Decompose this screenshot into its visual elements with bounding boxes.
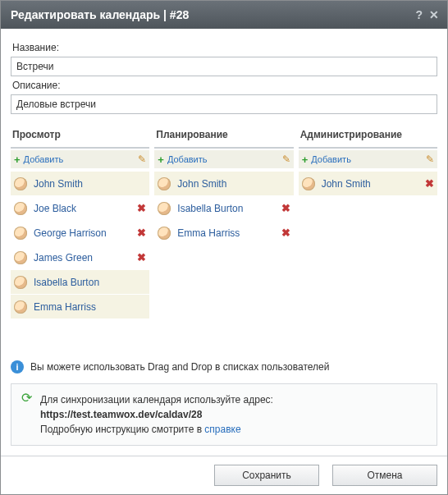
column-admin-addbar: + Добавить ✎ — [299, 150, 437, 168]
sync-help-link[interactable]: справке — [204, 424, 240, 435]
list-item[interactable]: John Smith — [11, 172, 149, 196]
plus-icon[interactable]: + — [302, 154, 309, 166]
user-name: John Smith — [177, 178, 290, 190]
list-item[interactable]: James Green ✖ — [11, 245, 149, 270]
sync-box: ⟳ Для синхронизации календаря используйт… — [11, 383, 437, 446]
user-list-admin: John Smith ✖ — [299, 172, 437, 196]
remove-icon[interactable]: ✖ — [137, 227, 146, 239]
sync-more-prefix: Подробную инструкцию смотрите в — [40, 424, 204, 435]
avatar-icon — [14, 251, 27, 264]
column-view: Просмотр + Добавить ✎ John Smith Joe Bla… — [11, 126, 149, 319]
column-admin-title: Администрирование — [299, 126, 437, 149]
remove-icon[interactable]: ✖ — [281, 227, 290, 239]
name-input[interactable] — [11, 57, 437, 76]
user-name: George Harrison — [34, 227, 137, 239]
list-item[interactable]: John Smith ✖ — [299, 172, 437, 196]
user-name: Emma Harriss — [34, 301, 146, 313]
list-item[interactable]: Emma Harriss ✖ — [154, 221, 293, 245]
titlebar: Редактировать календарь | #28 ? ✕ — [1, 1, 447, 29]
list-item[interactable]: Isabella Burton — [11, 270, 149, 295]
add-link[interactable]: Добавить — [167, 154, 282, 164]
avatar-icon — [158, 202, 171, 215]
column-view-title: Просмотр — [11, 126, 149, 149]
user-name: Joe Black — [34, 203, 137, 214]
user-list-view: John Smith Joe Black ✖ George Harrison ✖ — [11, 172, 149, 319]
save-button[interactable]: Сохранить — [214, 465, 319, 486]
brush-icon[interactable]: ✎ — [138, 154, 146, 165]
close-icon[interactable]: ✕ — [429, 8, 439, 21]
user-name: John Smith — [34, 178, 146, 190]
sync-more: Подробную инструкцию смотрите в справке — [40, 422, 428, 437]
column-plan: Планирование + Добавить ✎ John Smith Isa… — [154, 126, 293, 319]
modal-window: Редактировать календарь | #28 ? ✕ Назван… — [0, 0, 448, 495]
avatar-icon — [158, 227, 171, 240]
list-item[interactable]: Emma Harriss — [11, 295, 149, 319]
remove-icon[interactable]: ✖ — [137, 202, 146, 214]
label-name: Название: — [12, 42, 436, 53]
sync-intro: Для синхронизации календаря используйте … — [40, 392, 428, 407]
add-link[interactable]: Добавить — [311, 154, 426, 164]
plus-icon[interactable]: + — [14, 154, 21, 166]
label-description: Описание: — [12, 80, 436, 91]
list-item[interactable]: George Harrison ✖ — [11, 221, 149, 245]
info-icon: i — [11, 360, 24, 374]
dragdrop-hint: i Вы можете использовать Drag and Drop в… — [11, 360, 437, 374]
footer: Сохранить Отмена — [1, 456, 447, 494]
column-admin: Администрирование + Добавить ✎ John Smit… — [299, 126, 437, 319]
cancel-button[interactable]: Отмена — [332, 465, 437, 486]
help-icon[interactable]: ? — [415, 8, 423, 21]
sync-icon: ⟳ — [21, 392, 32, 437]
sync-body: Для синхронизации календаря используйте … — [40, 392, 428, 437]
user-name: John Smith — [322, 178, 425, 190]
sync-url: https://test.teamwox.dev/caldav/28 — [40, 407, 428, 422]
hint-text: Вы можете использовать Drag and Drop в с… — [30, 361, 329, 373]
list-item[interactable]: Isabella Burton ✖ — [154, 196, 293, 221]
user-list-plan: John Smith Isabella Burton ✖ Emma Harris… — [154, 172, 293, 245]
avatar-icon — [14, 227, 27, 240]
window-title: Редактировать календарь | #28 — [11, 8, 409, 21]
list-item[interactable]: John Smith — [154, 172, 293, 196]
column-view-addbar: + Добавить ✎ — [11, 150, 149, 168]
user-name: James Green — [34, 252, 137, 264]
user-name: Isabella Burton — [177, 203, 281, 214]
list-item[interactable]: Joe Black ✖ — [11, 196, 149, 221]
description-input[interactable] — [11, 94, 437, 114]
add-link[interactable]: Добавить — [24, 154, 139, 164]
avatar-icon — [14, 202, 27, 215]
remove-icon[interactable]: ✖ — [281, 202, 290, 214]
user-name: Emma Harriss — [177, 227, 281, 239]
user-name: Isabella Burton — [34, 277, 146, 288]
avatar-icon — [14, 177, 27, 190]
brush-icon[interactable]: ✎ — [282, 154, 290, 165]
plus-icon[interactable]: + — [158, 154, 164, 166]
column-plan-title: Планирование — [154, 126, 293, 149]
remove-icon[interactable]: ✖ — [137, 251, 146, 264]
avatar-icon — [158, 177, 171, 190]
remove-icon[interactable]: ✖ — [425, 177, 434, 190]
brush-icon[interactable]: ✎ — [426, 154, 434, 165]
avatar-icon — [14, 276, 27, 289]
avatar-icon — [302, 177, 315, 190]
window-body: Название: Описание: Просмотр + Добавить … — [1, 29, 447, 456]
permission-columns: Просмотр + Добавить ✎ John Smith Joe Bla… — [11, 126, 437, 319]
avatar-icon — [14, 300, 27, 314]
column-plan-addbar: + Добавить ✎ — [154, 150, 293, 168]
